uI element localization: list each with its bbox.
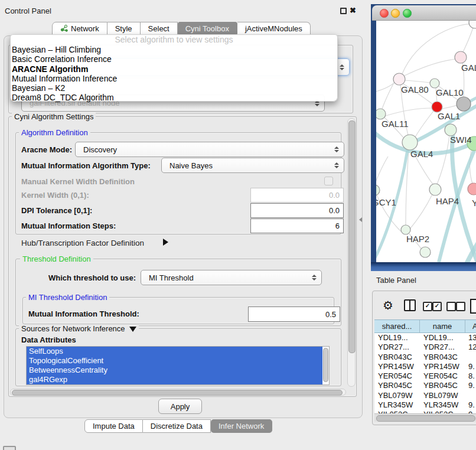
dropdown-item[interactable]: Bayesian – Hill Climbing [11, 45, 337, 54]
which-threshold-combo[interactable]: MI Threshold [141, 270, 322, 285]
mi-steps-field[interactable]: 6 [250, 219, 344, 233]
mi-threshold-field[interactable]: 0.5 [248, 306, 340, 322]
scrollbar-thumb[interactable] [348, 120, 356, 353]
kernel-width-field[interactable]: 0.0 [250, 188, 344, 203]
dropdown-item[interactable]: ARACNE Algorithm [11, 64, 337, 74]
table-row[interactable]: YPR145WYPR145W9. [374, 362, 476, 371]
manual-kernel-checkbox[interactable] [324, 177, 333, 185]
table-cell [465, 353, 476, 362]
tab-cyni-toolbox[interactable]: Cyni Toolbox [178, 22, 237, 35]
tab-network[interactable]: Network [52, 22, 107, 35]
network-edge[interactable] [409, 194, 432, 230]
dropdown-item[interactable]: Dream8 DC_TDC Algorithm [11, 93, 337, 102]
tab-label: jActiveMNodules [245, 24, 302, 33]
network-node[interactable] [430, 79, 439, 88]
network-edge-highlighted[interactable] [470, 95, 476, 102]
dropdown-item[interactable]: Bayesian – K2 [11, 83, 337, 93]
tab-impute-data[interactable]: Impute Data [84, 419, 143, 433]
network-edge[interactable] [382, 81, 395, 109]
kernel-width-label: Kernel Width (0,1): [21, 191, 89, 200]
table-cell: YLR345W [374, 400, 420, 410]
table-cell: YBR043C [420, 353, 465, 362]
table-row[interactable]: YBR043CYBR043C [374, 353, 476, 362]
table-row[interactable]: YER054CYER054C8. [374, 371, 476, 381]
data-attribute-item[interactable]: SelfLoops [27, 347, 322, 356]
aracne-mode-value: Discovery [83, 145, 334, 154]
network-node[interactable] [376, 185, 380, 195]
column-header[interactable]: A [465, 320, 476, 332]
minimize-traffic-light-icon[interactable] [391, 9, 400, 18]
dropdown-item[interactable]: Basic Correlation Inference [11, 54, 337, 64]
settings-vertical-scrollbar[interactable] [347, 118, 356, 387]
network-node[interactable] [445, 124, 457, 136]
table-row[interactable]: YDL19...YDL19...13 [374, 333, 476, 343]
float-window-icon[interactable] [340, 8, 347, 14]
network-edge[interactable] [386, 108, 432, 116]
scrollbar-thumb[interactable] [12, 390, 343, 396]
network-node[interactable] [468, 183, 476, 195]
checked-checkbox-icon[interactable]: ✓ [432, 302, 442, 311]
tab-infer-network[interactable]: Infer Network [211, 419, 272, 433]
apply-button[interactable]: Apply [158, 399, 202, 414]
close-traffic-light-icon[interactable] [380, 9, 389, 18]
sources-collapse-icon[interactable] [129, 327, 136, 332]
table-cell: YPR145W [420, 362, 465, 371]
unchecked-checkbox-icon[interactable] [446, 302, 456, 311]
tab-jactivemnodules[interactable]: jActiveMNodules [237, 22, 311, 35]
settings-horizontal-scrollbar[interactable] [10, 389, 346, 396]
network-edge-highlighted[interactable] [459, 238, 476, 262]
table-row[interactable]: YDR27...YDR27...12 [374, 343, 476, 352]
table-row[interactable]: YLR345WYLR345W9. [374, 400, 476, 410]
data-attribute-item[interactable]: TopologicalCoefficient [27, 356, 322, 366]
column-header[interactable]: shared... [374, 320, 420, 332]
network-edge[interactable] [403, 59, 455, 76]
network-edge[interactable] [376, 156, 388, 185]
aracne-mode-combo[interactable]: Discovery [75, 142, 344, 157]
data-attributes-list[interactable]: SelfLoopsTopologicalCoefficientBetweenne… [26, 346, 330, 385]
data-attribute-item[interactable]: gal4RGexp [27, 375, 322, 385]
list-scrollbar-thumb[interactable] [323, 348, 328, 382]
unchecked-checkbox-icon[interactable] [456, 302, 465, 311]
network-node[interactable] [455, 51, 467, 63]
tab-select[interactable]: Select [141, 22, 178, 35]
network-window-titlebar[interactable] [372, 5, 476, 21]
scrollbar-thumb[interactable] [376, 415, 475, 422]
close-icon[interactable]: ✖ [350, 6, 356, 14]
table-horizontal-scrollbar[interactable] [374, 413, 476, 422]
minimized-panel-icon[interactable] [3, 446, 16, 450]
split-columns-icon[interactable] [404, 299, 416, 311]
column-header[interactable]: name [420, 320, 465, 332]
split-divider-icon[interactable] [359, 217, 362, 222]
table-row[interactable]: YBR045CYBR045C9. [374, 381, 476, 390]
gear-icon[interactable]: ⚙ [383, 299, 393, 311]
network-edge[interactable] [463, 28, 473, 52]
mi-type-combo[interactable]: Naive Bayes [161, 158, 344, 173]
network-node[interactable] [402, 135, 418, 150]
network-node[interactable] [393, 73, 405, 85]
network-node[interactable] [429, 184, 441, 195]
hub-expand-icon[interactable] [163, 239, 168, 246]
table-body: YDL19...YDL19...13YDR27...YDR27...12YBR0… [374, 333, 476, 413]
network-node[interactable] [376, 109, 386, 119]
network-node[interactable] [457, 97, 471, 111]
network-edge[interactable] [442, 105, 457, 109]
sources-group-title: Sources for Network Inference [19, 324, 139, 333]
network-edge[interactable] [437, 136, 449, 184]
node-label: GCY1 [376, 197, 396, 207]
zoom-traffic-light-icon[interactable] [403, 9, 412, 18]
table-cell: YER054C [374, 371, 420, 381]
tab-discretize-data[interactable]: Discretize Data [143, 419, 211, 433]
tab-style[interactable]: Style [107, 22, 141, 35]
new-table-icon[interactable] [470, 299, 476, 314]
network-edge[interactable] [405, 80, 430, 83]
table-row[interactable]: YBL079WYBL079W [374, 391, 476, 400]
dpi-tolerance-field[interactable]: 0.0 [250, 203, 344, 218]
network-canvas[interactable]: GALGAL80GAL10GAL1GAL11SWI4GAL4GCY1HAP4YH… [376, 21, 476, 262]
checked-checkbox-icon[interactable]: ✓ [423, 302, 432, 311]
data-attribute-item[interactable]: BetweennessCentrality [27, 366, 322, 375]
network-node[interactable] [401, 225, 410, 234]
dropdown-item[interactable]: Mutual Information Inference [11, 74, 337, 83]
network-node[interactable] [420, 247, 431, 257]
mi-threshold-label: Mutual Information Threshold: [28, 309, 139, 318]
network-node[interactable] [469, 21, 476, 28]
